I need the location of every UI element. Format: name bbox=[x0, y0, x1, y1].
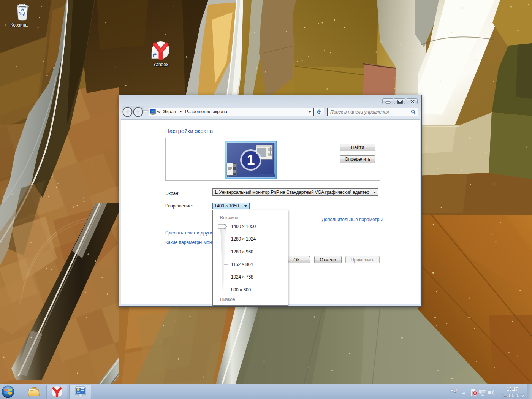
svg-text:1: 1 bbox=[247, 152, 255, 168]
